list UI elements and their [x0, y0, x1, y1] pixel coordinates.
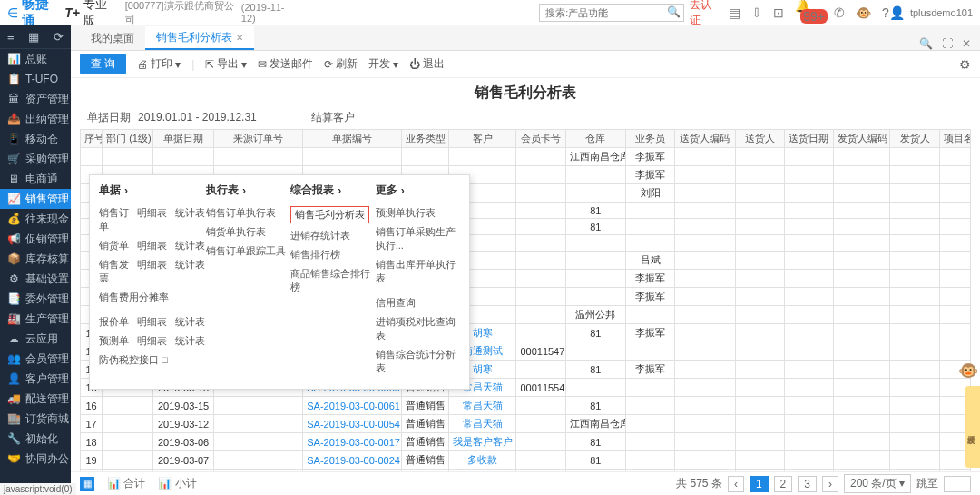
auth-link[interactable]: 去认证: [690, 0, 720, 28]
chat-icon[interactable]: ⊡: [773, 5, 784, 20]
sidebar-item-9[interactable]: 📢促销管理: [0, 229, 71, 249]
table-cell[interactable]: SA-2019-03-00-0024: [303, 451, 402, 470]
page-3-button[interactable]: 3: [798, 476, 817, 492]
mega-item[interactable]: 商品销售综合排行榜: [290, 267, 375, 294]
close-all-icon[interactable]: ✕: [962, 37, 971, 50]
mega-item[interactable]: 销售订单跟踪工具: [206, 244, 286, 258]
sidebar-item-7[interactable]: 📈销售管理: [0, 189, 71, 209]
column-header[interactable]: 序号: [81, 130, 103, 148]
page-size-select[interactable]: 200 条/页 ▾: [844, 474, 911, 493]
develop-button[interactable]: 开发▾: [368, 56, 398, 72]
mega-item[interactable]: 销售综合统计分析表: [376, 348, 460, 375]
mega-item[interactable]: 进销存统计表: [290, 229, 350, 243]
column-header[interactable]: 仓库: [565, 130, 625, 148]
table-row[interactable]: 172019-03-12SA-2019-03-00-0054普通销售常昌天猫江西…: [81, 415, 971, 433]
sidebar-item-19[interactable]: 🔧初始化: [0, 429, 71, 449]
mega-item[interactable]: 统计表: [175, 258, 206, 285]
exit-button[interactable]: ⏻退出: [409, 56, 445, 72]
phone-icon[interactable]: ✆: [834, 5, 845, 20]
grid-icon[interactable]: ▦: [28, 30, 39, 44]
column-header[interactable]: 送货人编码: [675, 130, 735, 148]
mega-item[interactable]: 统计表: [175, 334, 206, 348]
tab-0[interactable]: 我的桌面: [80, 26, 145, 50]
download-icon[interactable]: ⇩: [751, 5, 762, 20]
table-cell[interactable]: SA-2019-03-00-0017: [303, 433, 402, 451]
sidebar-item-20[interactable]: 🤝协同办公: [0, 449, 71, 469]
global-search-input[interactable]: [539, 4, 684, 22]
mega-item[interactable]: 销售订单采购生产执行...: [376, 225, 460, 252]
mega-item[interactable]: 销售排行榜: [290, 248, 340, 262]
mega-item[interactable]: 预测单: [99, 334, 130, 348]
send-mail-button[interactable]: ✉发送邮件: [258, 56, 313, 72]
mega-item[interactable]: 统计表: [175, 239, 206, 252]
column-header[interactable]: 单据日期: [153, 130, 213, 148]
sidebar-item-16[interactable]: 👤客户管理: [0, 369, 71, 389]
help-icon[interactable]: ?: [882, 5, 889, 20]
report-table[interactable]: 序号部门 (1级)单据日期来源订单号单据编号业务类型客户会员卡号仓库业务员送货人…: [80, 129, 971, 471]
summary-icon[interactable]: 📊 合计: [107, 476, 145, 491]
table-cell[interactable]: SA-2019-03-00-0054: [303, 415, 402, 433]
sidebar-item-11[interactable]: ⚙基础设置: [0, 269, 71, 289]
mega-item[interactable]: 明细表: [137, 258, 168, 285]
column-header[interactable]: 客户: [449, 130, 516, 148]
gear-icon[interactable]: ⚙: [959, 57, 971, 72]
table-cell[interactable]: 常昌天猫: [449, 415, 516, 433]
table-cell[interactable]: SA-2019-03-00-0018: [303, 470, 402, 472]
mega-item[interactable]: 销售费用分摊率: [99, 291, 169, 304]
table-row[interactable]: 192019-03-07SA-2019-03-00-0024普通销售多收款81: [81, 451, 971, 470]
mega-item[interactable]: 统计表: [175, 315, 206, 329]
mega-item[interactable]: 预测单执行表: [376, 206, 436, 220]
mega-item[interactable]: 信用查询: [376, 296, 416, 310]
column-header[interactable]: 会员卡号: [516, 130, 565, 148]
mega-item[interactable]: 销货单: [99, 239, 130, 252]
column-header[interactable]: 送货日期: [784, 130, 833, 148]
tab-1[interactable]: 销售毛利分析表✕: [145, 26, 254, 50]
column-header[interactable]: 业务类型: [401, 130, 448, 148]
mega-item[interactable]: 明细表: [137, 334, 168, 348]
column-header[interactable]: 发货人编码: [834, 130, 890, 148]
export-button[interactable]: ⇱导出▾: [205, 56, 247, 72]
mega-item[interactable]: 报价单: [99, 315, 130, 329]
menu-icon[interactable]: ≡: [7, 30, 15, 44]
sidebar-item-14[interactable]: ☁云应用: [0, 329, 71, 349]
table-cell[interactable]: SA-2019-03-00-0061: [303, 397, 402, 415]
mega-item[interactable]: 进销项税对比查询表: [376, 315, 460, 342]
sidebar-item-15[interactable]: 👥会员管理: [0, 349, 71, 369]
sidebar-item-2[interactable]: 🏛资产管理: [0, 89, 71, 109]
table-cell[interactable]: 常昌天猫: [449, 397, 516, 415]
mega-item[interactable]: 销售订单执行表: [206, 206, 276, 220]
query-button[interactable]: 查 询: [80, 54, 126, 74]
mega-item[interactable]: 明细表: [137, 315, 168, 329]
sidebar-item-3[interactable]: 📤出纳管理: [0, 109, 71, 129]
table-row[interactable]: 202019-03-06SA-2019-03-00-0018普通销售我是客户客户…: [81, 470, 971, 472]
mega-item[interactable]: 统计表: [175, 206, 206, 233]
jump-page-input[interactable]: [944, 476, 971, 492]
expand-icon[interactable]: ⛶: [942, 37, 953, 50]
user-icon[interactable]: 👤: [889, 5, 905, 20]
table-cell[interactable]: 我是客户客户: [449, 470, 516, 472]
sidebar-item-5[interactable]: 🛒采购管理: [0, 149, 71, 169]
column-header[interactable]: 单据编号: [303, 130, 402, 148]
table-cell[interactable]: 我是客户客户: [449, 433, 516, 451]
close-icon[interactable]: ✕: [236, 33, 243, 43]
dev-mode-tag[interactable]: 开发模式: [965, 386, 980, 468]
mega-item[interactable]: 销货单执行表: [206, 225, 266, 239]
sidebar-item-0[interactable]: 📊总账: [0, 49, 71, 69]
table-row[interactable]: 162019-03-15SA-2019-03-00-0061普通销售常昌天猫81: [81, 397, 971, 415]
column-header[interactable]: 送货人: [735, 130, 784, 148]
table-row[interactable]: 182019-03-06SA-2019-03-00-0017普通销售我是客户客户…: [81, 433, 971, 451]
sidebar-item-4[interactable]: 📱移动仓: [0, 129, 71, 149]
next-page-button[interactable]: ›: [822, 476, 838, 492]
mega-item[interactable]: 防伪税控接口 □: [99, 353, 168, 367]
table-cell[interactable]: 多收款: [449, 451, 516, 470]
table-row[interactable]: 江西南昌仓库1李振军: [81, 148, 971, 166]
mega-item[interactable]: 明细表: [137, 239, 168, 252]
monkey-icon[interactable]: 🐵: [856, 5, 871, 20]
sidebar-item-1[interactable]: 📋T-UFO: [0, 69, 71, 89]
bell-icon[interactable]: 🔔99+: [795, 0, 823, 27]
mega-item[interactable]: 明细表: [137, 206, 168, 233]
assistant-icon[interactable]: 🐵: [958, 361, 978, 381]
mega-item[interactable]: 销售出库开单执行表: [376, 258, 460, 285]
prev-page-button[interactable]: ‹: [728, 476, 744, 492]
sidebar-item-12[interactable]: 📑委外管理: [0, 289, 71, 309]
